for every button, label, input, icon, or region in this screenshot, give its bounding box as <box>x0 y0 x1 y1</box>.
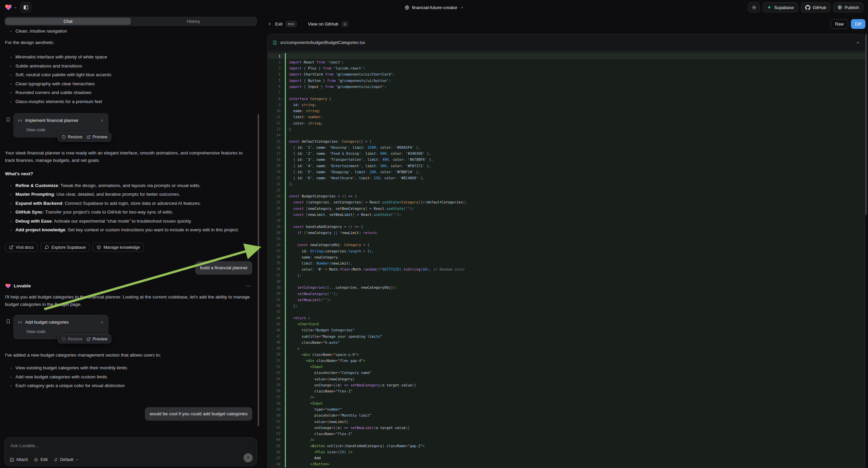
version-title: Implement financial planner <box>25 117 97 124</box>
code-line: 68 </Button> <box>268 461 865 467</box>
chevron-left-icon[interactable] <box>268 22 272 26</box>
settings-button[interactable] <box>748 2 760 12</box>
attach-button[interactable]: Attach <box>10 457 28 462</box>
bookmark-icon[interactable] <box>6 117 11 122</box>
code-line: 56 className="flex-1" <box>268 388 865 394</box>
code-line: 47 subtitle="Manage your spending limits… <box>268 333 865 339</box>
chat-input-placeholder: Ask Lovable... <box>10 443 39 448</box>
diff-added-bar <box>285 425 286 431</box>
version-card-add-budget-categories[interactable]: Add budget categories View code Restore … <box>13 315 108 339</box>
code-line: 58 <Input <box>268 400 865 406</box>
code-line: 21 { id: '6', name: 'Healthcare', limit:… <box>268 175 865 181</box>
preview-button[interactable]: Preview <box>87 335 107 343</box>
restore-icon <box>62 337 66 341</box>
chat-input-box[interactable]: Ask Lovable... Attach Edit Default <box>4 437 257 466</box>
tab-chat[interactable]: Chat <box>5 18 131 25</box>
code-line: 48 className="h-auto" <box>268 340 865 346</box>
chevron-up-icon[interactable] <box>856 40 860 45</box>
restore-button[interactable]: Restore <box>62 335 83 343</box>
line-number: 18 <box>268 158 280 162</box>
publish-button[interactable]: Publish <box>833 2 863 12</box>
code-line: 10 name: string; <box>268 108 865 114</box>
code-line: 14 <box>268 132 865 138</box>
send-button[interactable] <box>244 453 253 462</box>
line-number: 45 <box>268 322 280 326</box>
code-line: 8⌄interface Category { <box>268 96 865 102</box>
bookmark-icon[interactable] <box>6 319 11 324</box>
code-line: 60 placeholder="Monthly limit" <box>268 412 865 418</box>
line-number: 7 <box>268 91 280 94</box>
diff-added-bar <box>285 84 286 90</box>
chevron-down-icon <box>460 6 464 9</box>
code-scrollbar[interactable] <box>865 34 867 215</box>
exit-button[interactable]: Exit <box>275 22 282 27</box>
fold-chevron-icon[interactable]: ⌄ <box>280 97 285 100</box>
diff-toggle-button[interactable]: Diff <box>851 19 865 29</box>
tab-history[interactable]: History <box>131 18 256 25</box>
restore-icon <box>62 135 66 139</box>
diff-added-bar <box>285 260 286 266</box>
fold-chevron-icon[interactable]: ⌄ <box>280 225 285 228</box>
diff-added-bar <box>285 217 286 224</box>
code-line: 30 if (!newCategory || !newLimit) return… <box>268 230 865 236</box>
line-number: 27 <box>268 212 280 216</box>
diff-added-bar <box>285 193 286 199</box>
fold-chevron-icon[interactable]: ⌄ <box>280 243 285 246</box>
line-number: 36 <box>268 267 280 271</box>
chat-scrollbar[interactable] <box>258 114 259 427</box>
line-number: 14 <box>268 133 280 137</box>
manage-knowledge-button[interactable]: Manage knowledge <box>93 243 144 252</box>
line-number: 49 <box>268 347 280 350</box>
line-number: 24 <box>268 195 280 198</box>
more-options-icon[interactable] <box>246 283 251 289</box>
sidebar-toggle-button[interactable] <box>21 2 31 12</box>
mode-selector[interactable]: Default <box>54 457 79 462</box>
lovable-logo-menu[interactable] <box>5 4 17 11</box>
github-button[interactable]: GitHub <box>801 2 830 12</box>
list-item: Debug with Ease: Activate our experiment… <box>5 217 252 225</box>
raw-toggle-button[interactable]: Raw <box>831 19 848 29</box>
code-line: 29⌄ const handleAddCategory = () => { <box>268 224 865 230</box>
lovable-heart-icon <box>5 4 12 11</box>
fold-chevron-icon[interactable]: ⌄ <box>280 140 285 143</box>
preview-button[interactable]: Preview <box>87 133 107 141</box>
line-number: 5 <box>268 79 280 82</box>
external-link-icon <box>87 337 91 341</box>
code-line: 1 <box>268 53 865 59</box>
code-line: 61 value={newLimit} <box>268 418 865 425</box>
edit-button[interactable]: Edit <box>34 457 48 462</box>
diff-added-bar <box>285 309 286 315</box>
view-on-github-button[interactable]: View on GitHub <box>308 22 338 27</box>
list-item: Subtle animations and transitions <box>5 62 252 70</box>
list-item: Clean, intuitive navigation <box>5 28 252 35</box>
supabase-button[interactable]: Supabase <box>763 2 798 12</box>
chevron-right-icon <box>100 320 104 324</box>
line-number: 33 <box>268 249 280 253</box>
line-number: 41 <box>268 298 280 301</box>
chat-scroll-area[interactable]: Clean, intuitive navigation For the desi… <box>4 26 257 437</box>
version-title: Add budget categories <box>25 319 97 326</box>
line-number: 52 <box>268 365 280 369</box>
file-header[interactable]: src/components/budget/BudgetCategories.t… <box>268 34 865 51</box>
diff-added-bar <box>285 455 286 461</box>
fold-chevron-icon[interactable]: ⌄ <box>280 195 285 198</box>
line-number: 40 <box>268 292 280 295</box>
explore-supabase-button[interactable]: Explore Supabase <box>40 243 90 252</box>
version-card-implement-financial-planner[interactable]: Implement financial planner View code Re… <box>13 113 108 137</box>
chat-panel: Chat History Clean, intuitive navigation… <box>4 15 257 468</box>
line-number: 51 <box>268 359 280 362</box>
line-number: 22 <box>268 182 280 186</box>
code-line: 32⌄ const newCategoryObj: Category = { <box>268 242 865 248</box>
line-number: 44 <box>268 316 280 320</box>
list-item: Soft, neutral color palette with light b… <box>5 71 252 79</box>
code-line: 40 setNewCategory(''); <box>268 290 865 296</box>
diff-added-bar <box>285 120 286 126</box>
external-link-icon <box>9 245 13 250</box>
line-number: 17 <box>268 152 280 155</box>
restore-button[interactable]: Restore <box>62 133 83 141</box>
line-number: 37 <box>268 273 280 277</box>
code-editor[interactable]: 12import React from 'react';3import { Pl… <box>268 51 865 467</box>
visit-docs-button[interactable]: Visit docs <box>5 243 38 252</box>
globe-icon <box>404 5 409 10</box>
project-selector[interactable]: financial-future-creator <box>404 5 464 10</box>
